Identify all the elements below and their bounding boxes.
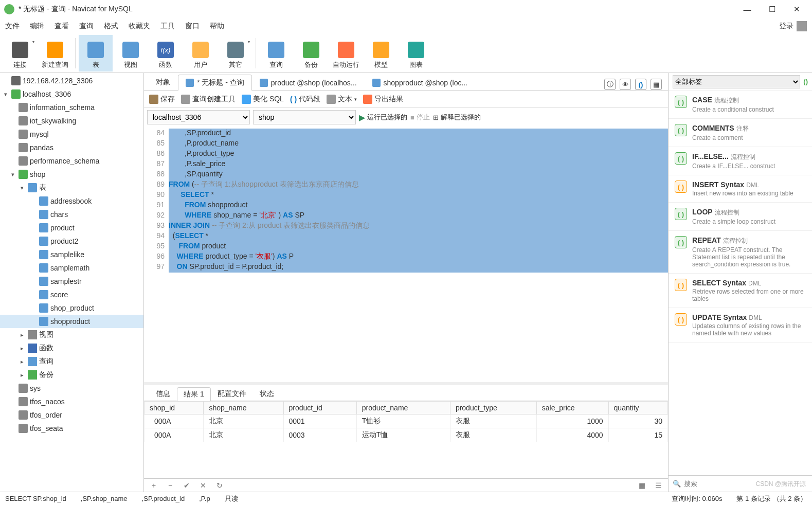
table-item[interactable]: samplelike (0, 248, 143, 261)
sql-editor[interactable]: 8485868788899091929394959697 ,SP.product… (144, 127, 668, 382)
table-item[interactable]: samplestr (0, 275, 143, 288)
table-item[interactable]: addressbook (0, 194, 143, 208)
builder-button[interactable]: 查询创建工具 (181, 95, 236, 104)
result-grid[interactable]: shop_idshop_nameproduct_idproduct_namepr… (144, 401, 668, 478)
menu-fav[interactable]: 收藏夹 (129, 22, 150, 31)
tag-select[interactable]: 全部标签 (673, 75, 800, 88)
menu-window[interactable]: 窗口 (185, 22, 200, 31)
tb-autorun[interactable]: 自动运行 (329, 35, 363, 71)
rtab-info[interactable]: 信息 (149, 387, 177, 401)
add-row-button[interactable]: + (148, 480, 159, 491)
tb-newquery[interactable]: 新建查询 (38, 35, 72, 71)
query-time: 查询时间: 0.060s (672, 494, 722, 503)
snippet-item[interactable]: ( )COMMENTS注释Create a comment (669, 119, 812, 147)
tables-folder[interactable]: ▾表 (0, 181, 143, 194)
eye-icon[interactable]: 👁 (620, 79, 631, 90)
connection-select[interactable]: localhost_3306 (147, 110, 250, 124)
info-icon[interactable]: ⓘ (604, 79, 616, 90)
menu-view[interactable]: 查看 (55, 22, 69, 31)
export-button[interactable]: 导出结果 (363, 95, 403, 104)
save-button[interactable]: 保存 (149, 95, 175, 104)
table-item[interactable]: product (0, 221, 143, 235)
db-item[interactable]: information_schema (0, 101, 143, 114)
menu-help[interactable]: 帮助 (210, 22, 224, 31)
table-item[interactable]: chars (0, 208, 143, 221)
delete-row-button[interactable]: − (165, 480, 176, 491)
cancel-button[interactable]: ✕ (197, 480, 209, 491)
conn-item[interactable]: 192.168.42.128_3306 (0, 74, 143, 87)
beautify-button[interactable]: 美化 SQL (242, 95, 284, 104)
db-item[interactable]: performance_schema (0, 154, 143, 168)
grid-icon[interactable]: ▦ (651, 79, 662, 90)
tab-product[interactable]: product @shop (localhos... (252, 75, 365, 90)
database-select[interactable]: shop (253, 110, 356, 124)
tb-connect[interactable]: 连接 (3, 35, 37, 71)
sidebar: 192.168.42.128_3306 ▾localhost_3306 info… (0, 73, 144, 492)
menu-format[interactable]: 格式 (104, 22, 118, 31)
run-button[interactable]: ▶运行已选择的 (359, 113, 407, 122)
stop-button[interactable]: ■停止 (410, 113, 430, 122)
close-button[interactable]: ✕ (785, 2, 808, 16)
tb-model[interactable]: 模型 (364, 35, 398, 71)
tab-shopproduct[interactable]: shopproduct @shop (loc... (365, 75, 476, 90)
menu-tools[interactable]: 工具 (160, 22, 175, 31)
snippet-button[interactable]: ( )代码段 (290, 95, 320, 104)
views-folder[interactable]: ▸视图 (0, 328, 143, 341)
snippet-item[interactable]: ( )SELECT SyntaxDMLRetrieve rows selecte… (669, 274, 812, 308)
tab-objects[interactable]: 对象 (148, 74, 178, 90)
form-view-icon[interactable]: ☰ (653, 480, 664, 491)
tb-view[interactable]: 视图 (114, 35, 148, 71)
tab-untitled-query[interactable]: * 无标题 - 查询 (178, 75, 252, 91)
db-item[interactable]: tfos_seata (0, 422, 143, 435)
snippet-item[interactable]: ( )CASE流程控制Create a conditional construc… (669, 91, 812, 119)
snippet-item[interactable]: ( )LOOP流程控制Create a simple loop construc… (669, 203, 812, 231)
menu-query[interactable]: 查询 (79, 22, 94, 31)
tb-query[interactable]: 查询 (259, 35, 293, 71)
tb-backup[interactable]: 备份 (294, 35, 328, 71)
table-item-selected[interactable]: shopproduct (0, 315, 143, 328)
backup-folder[interactable]: ▸备份 (0, 368, 143, 382)
conn-item[interactable]: ▾localhost_3306 (0, 87, 143, 101)
add-snippet-icon[interactable]: () (803, 78, 808, 85)
table-item[interactable]: product2 (0, 235, 143, 248)
snippet-item[interactable]: ( )INSERT SyntaxDMLInsert new rows into … (669, 175, 812, 203)
code-area[interactable]: ,SP.product_id ,P.product_name ,P.produc… (169, 127, 668, 382)
table-item[interactable]: samplemath (0, 261, 143, 275)
table-item[interactable]: shop_product (0, 301, 143, 315)
login-link[interactable]: 登录 (779, 22, 793, 31)
db-shop[interactable]: ▾shop (0, 168, 143, 181)
tb-other[interactable]: 其它 (219, 35, 252, 71)
menu-edit[interactable]: 编辑 (30, 22, 44, 31)
text-button[interactable]: 文本▾ (327, 95, 357, 104)
db-item[interactable]: tfos_order (0, 408, 143, 422)
snippet-item[interactable]: ( )IF...ELSE...流程控制Create a IF...ELSE...… (669, 147, 812, 175)
refresh-button[interactable]: ↻ (214, 480, 225, 491)
table-item[interactable]: score (0, 288, 143, 301)
maximize-button[interactable]: ☐ (761, 2, 783, 16)
queries-folder[interactable]: ▸查询 (0, 355, 143, 368)
explain-button[interactable]: ⊞解释已选择的 (433, 113, 481, 122)
db-item[interactable]: mysql (0, 128, 143, 141)
grid-view-icon[interactable]: ▦ (636, 480, 647, 491)
menu-file[interactable]: 文件 (5, 22, 20, 31)
db-item[interactable]: iot_skywalking (0, 114, 143, 128)
tb-chart[interactable]: 图表 (399, 35, 433, 71)
rtab-result[interactable]: 结果 1 (177, 387, 211, 401)
apply-button[interactable]: ✔ (181, 480, 192, 491)
app-icon (4, 4, 14, 14)
functions-folder[interactable]: ▸函数 (0, 341, 143, 355)
db-item[interactable]: pandas (0, 141, 143, 154)
snippet-item[interactable]: ( )REPEAT流程控制Create A REPEAT construct. … (669, 231, 812, 274)
rtab-profile[interactable]: 配置文件 (211, 387, 253, 401)
db-item[interactable]: sys (0, 382, 143, 395)
snippet-item[interactable]: ( )UPDATE SyntaxDMLUpdates columns of ex… (669, 308, 812, 342)
tb-user[interactable]: 用户 (184, 35, 218, 71)
rtab-status[interactable]: 状态 (253, 387, 281, 401)
tb-function[interactable]: f(x)函数 (149, 35, 183, 71)
db-item[interactable]: tfos_nacos (0, 395, 143, 408)
tb-table[interactable]: 表 (79, 35, 113, 71)
braces-icon[interactable]: () (635, 79, 646, 90)
minimize-button[interactable]: — (736, 2, 759, 16)
avatar-icon[interactable] (797, 21, 807, 31)
watermark: CSDN @腾讯开源 (755, 480, 806, 489)
